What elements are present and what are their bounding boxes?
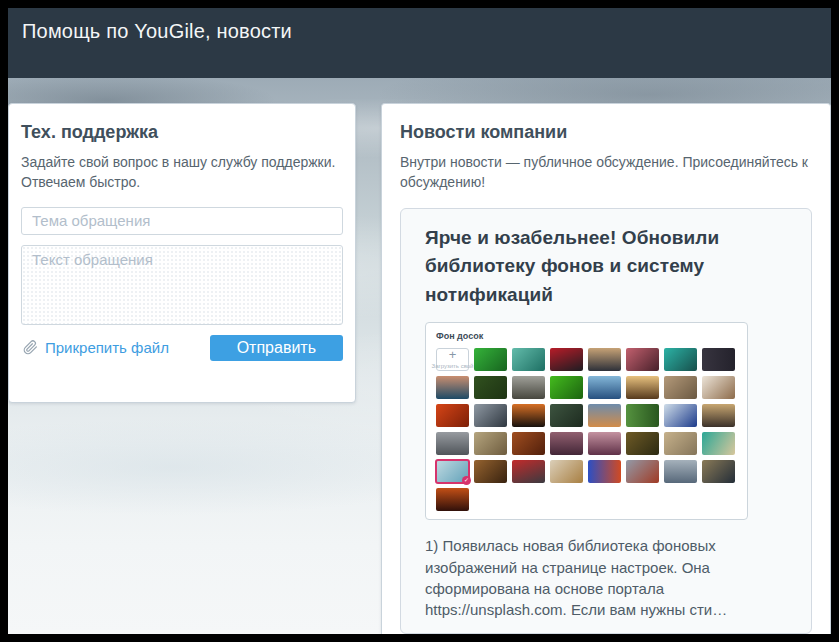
article-body: 1) Появилась новая библиотека фоновых из… <box>425 535 787 620</box>
attach-file-button[interactable]: Прикрепить файл <box>21 339 169 356</box>
background-thumbnail[interactable] <box>588 460 621 483</box>
background-thumbnail[interactable] <box>512 348 545 371</box>
news-card[interactable]: Ярче и юзабельнее! Обновили библиотеку ф… <box>400 208 812 634</box>
ocean-background: Тех. поддержка Задайте свой вопрос в наш… <box>8 78 831 634</box>
background-thumbnail[interactable] <box>474 432 507 455</box>
background-thumbnail[interactable] <box>550 348 583 371</box>
background-thumbnail[interactable] <box>626 432 659 455</box>
background-thumbnail[interactable] <box>626 376 659 399</box>
background-thumbnail[interactable] <box>474 404 507 427</box>
paperclip-icon <box>23 340 38 355</box>
upload-background-label: Загрузить свой <box>432 363 474 369</box>
background-thumbnail[interactable] <box>588 376 621 399</box>
background-thumbnail[interactable] <box>664 376 697 399</box>
background-thumbnail[interactable] <box>550 404 583 427</box>
subject-input[interactable] <box>21 207 343 235</box>
support-panel: Тех. поддержка Задайте свой вопрос в наш… <box>8 103 356 403</box>
support-title: Тех. поддержка <box>21 122 343 143</box>
background-thumbnail[interactable] <box>702 432 735 455</box>
selected-check-icon: ✓ <box>462 476 471 485</box>
background-thumbnail[interactable]: ✓ <box>436 460 469 483</box>
background-thumbnail[interactable] <box>664 432 697 455</box>
background-thumbnail[interactable] <box>436 376 469 399</box>
background-thumbnail[interactable] <box>588 432 621 455</box>
background-thumbnail[interactable] <box>702 376 735 399</box>
background-thumbnail[interactable] <box>436 488 469 511</box>
article-title: Ярче и юзабельнее! Обновили библиотеку ф… <box>425 224 787 310</box>
backgrounds-label: Фон досок <box>436 331 737 341</box>
background-thumbnail[interactable] <box>550 460 583 483</box>
news-title: Новости компании <box>400 122 812 143</box>
background-thumbnail[interactable] <box>626 460 659 483</box>
news-description: Внутри новости — публичное обсуждение. П… <box>400 153 812 193</box>
support-actions: Прикрепить файл Отправить <box>21 335 343 361</box>
background-thumbnail[interactable] <box>664 348 697 371</box>
background-thumbnail[interactable] <box>626 404 659 427</box>
page: Помощь по YouGile, новости Тех. поддержк… <box>8 8 831 634</box>
screenshot-frame: Помощь по YouGile, новости Тех. поддержк… <box>0 0 839 642</box>
attach-file-label: Прикрепить файл <box>45 339 169 356</box>
background-thumbnail[interactable] <box>436 432 469 455</box>
background-thumbnail[interactable] <box>474 376 507 399</box>
support-description: Задайте свой вопрос в нашу службу поддер… <box>21 153 343 193</box>
background-thumbnail[interactable] <box>664 460 697 483</box>
background-thumbnail[interactable] <box>626 348 659 371</box>
background-thumbnail[interactable] <box>702 348 735 371</box>
background-thumbnail[interactable] <box>474 348 507 371</box>
message-input[interactable] <box>21 245 343 325</box>
background-thumbnail[interactable] <box>512 460 545 483</box>
send-button[interactable]: Отправить <box>210 335 343 361</box>
background-thumbnail[interactable] <box>436 404 469 427</box>
background-grid: + Загрузить свой ✓ <box>436 348 737 511</box>
page-title: Помощь по YouGile, новости <box>22 20 817 43</box>
background-thumbnail[interactable] <box>702 404 735 427</box>
background-thumbnail[interactable] <box>550 376 583 399</box>
background-thumbnail[interactable] <box>664 404 697 427</box>
background-thumbnail[interactable] <box>512 404 545 427</box>
background-thumbnail[interactable] <box>512 376 545 399</box>
background-thumbnail[interactable] <box>474 460 507 483</box>
plus-icon: + <box>449 350 457 360</box>
background-thumbnail[interactable] <box>550 432 583 455</box>
news-panel: Новости компании Внутри новости — публич… <box>381 103 831 634</box>
background-thumbnail[interactable] <box>512 432 545 455</box>
app-header: Помощь по YouGile, новости <box>8 8 831 78</box>
backgrounds-screenshot: Фон досок + Загрузить свой ✓ <box>425 322 748 520</box>
background-thumbnail[interactable] <box>588 404 621 427</box>
upload-background-tile[interactable]: + Загрузить свой <box>436 348 469 371</box>
background-thumbnail[interactable] <box>588 348 621 371</box>
background-thumbnail[interactable] <box>702 460 735 483</box>
